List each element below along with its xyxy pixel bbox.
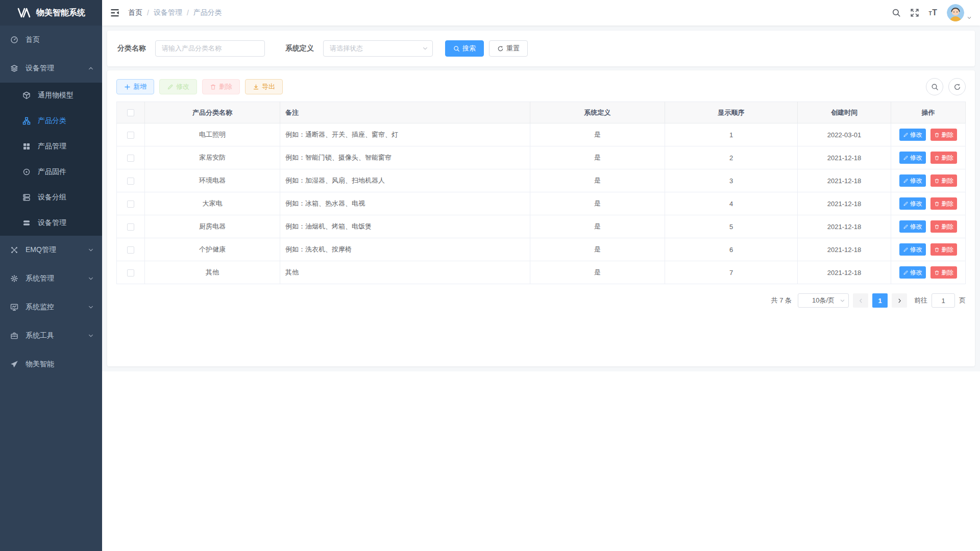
- add-button[interactable]: 新增: [116, 79, 154, 94]
- table-card: 新增 修改 删除 导出: [107, 70, 975, 366]
- chevron-down-icon: [88, 333, 94, 339]
- cell-system-defined: 是: [530, 146, 665, 169]
- row-delete-button[interactable]: 删除: [930, 152, 957, 164]
- search-icon[interactable]: [892, 8, 901, 17]
- row-checkbox[interactable]: [127, 246, 134, 254]
- row-checkbox[interactable]: [127, 269, 134, 277]
- export-button[interactable]: 导出: [245, 79, 283, 94]
- trash-icon: [210, 84, 216, 90]
- breadcrumb-home[interactable]: 首页: [128, 8, 142, 17]
- sidebar-item-system-mgmt[interactable]: 系统管理: [0, 264, 102, 293]
- pencil-icon: [167, 84, 174, 90]
- sidebar-item-device-mgmt[interactable]: 设备管理: [0, 54, 102, 83]
- cell-category-name: 家居安防: [145, 146, 280, 169]
- category-name-input[interactable]: 请输入产品分类名称: [155, 40, 265, 57]
- row-delete-button[interactable]: 删除: [930, 220, 957, 233]
- row-delete-button[interactable]: 删除: [930, 243, 957, 256]
- row-delete-button[interactable]: 删除: [930, 266, 957, 279]
- fullscreen-icon[interactable]: [910, 8, 919, 17]
- goto-page-input[interactable]: 1: [932, 293, 955, 308]
- font-size-icon[interactable]: [928, 8, 938, 17]
- table-row: 家居安防 例如：智能门锁、摄像头、智能窗帘 是 2 2021-12-18 修改: [117, 146, 966, 169]
- trash-icon: [934, 201, 940, 207]
- sidebar-item-wumei[interactable]: 物美智能: [0, 350, 102, 379]
- sidebar-item-system-tools[interactable]: 系统工具: [0, 321, 102, 350]
- sidebar-item-device-list[interactable]: 设备管理: [0, 210, 102, 236]
- gear-icon: [10, 274, 18, 283]
- row-checkbox[interactable]: [127, 132, 134, 139]
- sidebar-item-system-monitor[interactable]: 系统监控: [0, 293, 102, 321]
- row-checkbox[interactable]: [127, 178, 134, 185]
- trash-icon: [934, 224, 940, 230]
- cell-system-defined: 是: [530, 123, 665, 146]
- cell-system-defined: 是: [530, 169, 665, 192]
- trash-icon: [934, 270, 940, 276]
- sidebar-toggle-icon[interactable]: [110, 8, 120, 18]
- toggle-search-button[interactable]: [926, 78, 943, 95]
- row-edit-button[interactable]: 修改: [899, 266, 926, 279]
- row-edit-button[interactable]: 修改: [899, 174, 926, 187]
- sidebar-item-home[interactable]: 首页: [0, 26, 102, 54]
- edit-button: 修改: [159, 79, 197, 94]
- system-defined-select[interactable]: 请选择状态: [323, 40, 433, 57]
- drone-icon: [10, 246, 18, 254]
- row-checkbox[interactable]: [127, 201, 134, 208]
- product-category-table: 产品分类名称 备注 系统定义 显示顺序 创建时间 操作 电工照明 例如：通断器、…: [116, 102, 966, 284]
- trash-icon: [934, 178, 940, 184]
- row-edit-button[interactable]: 修改: [899, 220, 926, 233]
- table-row: 环境电器 例如：加湿器、风扇、扫地机器人 是 3 2021-12-18 修改: [117, 169, 966, 192]
- plus-icon: [124, 84, 131, 90]
- goto-label: 前往: [914, 296, 927, 305]
- sidebar-item-product-category[interactable]: 产品分类: [0, 108, 102, 134]
- cell-created-time: 2021-12-18: [798, 192, 891, 215]
- reset-button[interactable]: 重置: [489, 40, 528, 57]
- header-system: 系统定义: [530, 102, 665, 123]
- chevron-right-icon: [897, 298, 902, 304]
- search-button[interactable]: 搜索: [445, 40, 484, 57]
- cell-operations: 修改 删除: [891, 238, 966, 261]
- row-checkbox-cell: [117, 169, 145, 192]
- sidebar-item-thing-model[interactable]: 通用物模型: [0, 83, 102, 108]
- row-edit-button[interactable]: 修改: [899, 243, 926, 256]
- page-size-select[interactable]: 10条/页: [798, 293, 849, 308]
- cell-category-name: 环境电器: [145, 169, 280, 192]
- row-edit-button[interactable]: 修改: [899, 129, 926, 141]
- row-edit-button[interactable]: 修改: [899, 152, 926, 164]
- cell-remark: 例如：加湿器、风扇、扫地机器人: [280, 169, 530, 192]
- cell-system-defined: 是: [530, 238, 665, 261]
- row-checkbox[interactable]: [127, 155, 134, 162]
- sidebar-item-emq[interactable]: EMQ管理: [0, 236, 102, 264]
- row-delete-button[interactable]: 删除: [930, 174, 957, 187]
- sidebar-item-label: EMQ管理: [26, 245, 56, 255]
- cell-created-time: 2021-12-18: [798, 261, 891, 284]
- sidebar-submenu: 通用物模型 产品分类 产品管理 产品固件: [0, 83, 102, 236]
- page-number-1[interactable]: 1: [872, 293, 888, 308]
- sidebar-item-label: 系统监控: [26, 303, 54, 312]
- cell-category-name: 其他: [145, 261, 280, 284]
- sidebar-item-label: 产品固件: [38, 167, 66, 177]
- logo[interactable]: 物美智能系统: [0, 0, 102, 26]
- cell-remark: 例如：洗衣机、按摩椅: [280, 238, 530, 261]
- sidebar-item-device-group[interactable]: 设备分组: [0, 185, 102, 210]
- row-checkbox-cell: [117, 238, 145, 261]
- cell-display-order: 3: [665, 169, 798, 192]
- breadcrumb-separator: /: [147, 9, 149, 17]
- navbar-right: [892, 4, 972, 21]
- cell-remark: 其他: [280, 261, 530, 284]
- row-delete-button[interactable]: 删除: [930, 129, 957, 141]
- toolbox-icon: [10, 332, 18, 340]
- cell-created-time: 2021-12-18: [798, 169, 891, 192]
- select-all-checkbox[interactable]: [127, 109, 134, 116]
- sidebar-item-product-mgmt[interactable]: 产品管理: [0, 134, 102, 159]
- header-order: 显示顺序: [665, 102, 798, 123]
- next-page-button[interactable]: [892, 293, 907, 308]
- sidebar-item-product-firmware[interactable]: 产品固件: [0, 159, 102, 185]
- pencil-icon: [903, 224, 909, 230]
- refresh-table-button[interactable]: [948, 78, 966, 95]
- search-form-card: 分类名称 请输入产品分类名称 系统定义 请选择状态 搜索 重置: [107, 31, 975, 66]
- row-delete-button[interactable]: 删除: [930, 197, 957, 210]
- cell-display-order: 6: [665, 238, 798, 261]
- row-checkbox[interactable]: [127, 223, 134, 231]
- user-menu[interactable]: [947, 4, 972, 21]
- row-edit-button[interactable]: 修改: [899, 197, 926, 210]
